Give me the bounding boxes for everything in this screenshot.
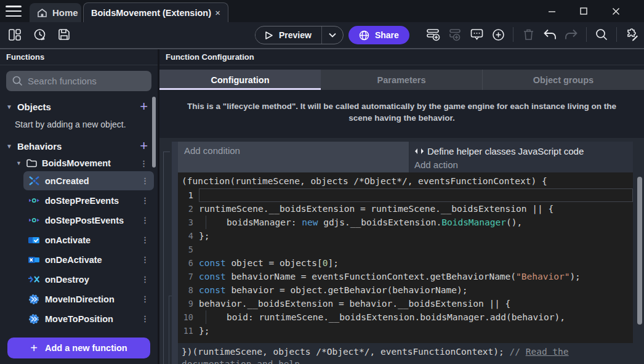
undo-icon[interactable] bbox=[541, 26, 558, 43]
function-item-moveindirection[interactable]: MoveInDirection ⋮ bbox=[23, 289, 154, 309]
tab-home-label: Home bbox=[52, 7, 78, 18]
share-button[interactable]: Share bbox=[348, 26, 409, 44]
function-item-oncreated[interactable]: onCreated ⋮ bbox=[23, 171, 154, 190]
functions-sidebar: Functions ▼ Objects + Start by adding a … bbox=[0, 49, 159, 364]
behaviors-section-header[interactable]: ▼ Behaviors + bbox=[0, 131, 158, 153]
search-icon[interactable] bbox=[593, 26, 610, 43]
collapse-icon[interactable]: ▼ bbox=[6, 103, 12, 110]
item-menu-icon[interactable]: ⋮ bbox=[141, 255, 153, 264]
share-label: Share bbox=[375, 30, 399, 40]
maximize-icon[interactable] bbox=[580, 7, 612, 15]
search-functions-input[interactable] bbox=[28, 76, 150, 86]
item-menu-icon[interactable]: ⋮ bbox=[141, 314, 153, 323]
oncreated-icon bbox=[28, 176, 39, 186]
add-subevent-icon[interactable] bbox=[446, 26, 464, 43]
history-icon[interactable] bbox=[31, 26, 48, 43]
close-window-icon[interactable] bbox=[612, 7, 644, 15]
code-line[interactable]: 6const object = objects[0]; bbox=[178, 256, 633, 270]
edit-extension-icon[interactable] bbox=[623, 26, 640, 43]
plus-icon: + bbox=[30, 341, 38, 355]
toolbar: Preview Share bbox=[0, 22, 644, 48]
configuration-tabbar: Configuration Parameters Object groups bbox=[159, 70, 644, 90]
code-wrapper-footer: })(runtimeScene, objects /*Object*/, eve… bbox=[178, 343, 633, 364]
home-icon bbox=[37, 8, 47, 18]
lifecycle-description: This is a "lifecycle method". It will be… bbox=[159, 90, 644, 124]
events-scrollbar[interactable] bbox=[637, 177, 642, 325]
delete-icon[interactable] bbox=[520, 26, 537, 43]
event-rail bbox=[163, 152, 164, 364]
code-line[interactable]: 1 bbox=[178, 188, 633, 202]
code-line[interactable]: 2runtimeScene.__boidsExtension = runtime… bbox=[178, 202, 633, 216]
add-event-icon[interactable] bbox=[425, 26, 442, 43]
add-behavior-icon[interactable]: + bbox=[140, 140, 149, 152]
collapse-icon[interactable]: ▼ bbox=[16, 160, 22, 166]
item-menu-icon[interactable]: ⋮ bbox=[141, 294, 153, 304]
preview-label: Preview bbox=[279, 30, 312, 40]
add-object-icon[interactable]: + bbox=[140, 101, 149, 112]
function-configuration-panel: Function Configuration Configuration Par… bbox=[159, 49, 644, 364]
behavior-folder-boidsmovement[interactable]: ▼ BoidsMovement ⋮ bbox=[0, 153, 158, 171]
actions-column: Define helper classes JavaScript code Ad… bbox=[409, 142, 633, 172]
item-menu-icon[interactable]: ⋮ bbox=[141, 216, 153, 225]
code-icon bbox=[414, 148, 424, 155]
code-line[interactable]: 8const behavior = object.getBehavior(beh… bbox=[178, 283, 633, 297]
add-action-area[interactable]: Add action bbox=[414, 158, 628, 172]
tab-object-groups[interactable]: Object groups bbox=[482, 70, 644, 90]
code-editor[interactable]: (function(runtimeScene, objects /*Object… bbox=[178, 172, 633, 343]
event-rail bbox=[169, 296, 169, 364]
minimize-icon[interactable] bbox=[548, 7, 580, 15]
add-circle-icon[interactable] bbox=[489, 26, 507, 43]
tab-home[interactable]: Home bbox=[30, 3, 81, 22]
item-menu-icon[interactable]: ⋮ bbox=[140, 159, 151, 168]
item-menu-icon[interactable]: ⋮ bbox=[141, 176, 153, 185]
title-bar: Home BoidsMovement (Extension) × bbox=[0, 0, 644, 22]
play-icon bbox=[264, 31, 273, 40]
toolbar-separator bbox=[586, 27, 587, 42]
toggle-on-icon bbox=[28, 235, 39, 245]
function-item-dosteppreevents[interactable]: doStepPreEvents ⋮ bbox=[23, 191, 154, 210]
code-line[interactable]: 7const behaviorName = eventsFunctionCont… bbox=[178, 270, 633, 283]
save-icon[interactable] bbox=[55, 26, 73, 43]
item-menu-icon[interactable]: ⋮ bbox=[141, 275, 153, 284]
code-line[interactable]: 3boidsManager: new gdjs.__boidsExtension… bbox=[178, 216, 633, 229]
tab-boidsmovement[interactable]: BoidsMovement (Extension) × bbox=[83, 2, 228, 22]
js-code-event: Add condition Define helper classes Java… bbox=[178, 142, 633, 172]
code-line[interactable]: 10boid: runtimeScene.__boidsExtension.bo… bbox=[178, 310, 633, 324]
function-item-movetoposition[interactable]: MoveToPosition ⋮ bbox=[23, 309, 154, 328]
close-tab-icon[interactable]: × bbox=[215, 7, 220, 18]
item-menu-icon[interactable]: ⋮ bbox=[141, 235, 153, 245]
add-condition-area[interactable]: Add condition bbox=[178, 142, 409, 172]
code-line[interactable]: 4}; bbox=[178, 229, 633, 243]
objects-section-header[interactable]: ▼ Objects + bbox=[0, 95, 158, 113]
event-gutter bbox=[172, 142, 178, 364]
function-item-ondestroy[interactable]: onDestroy ⋮ bbox=[23, 270, 154, 289]
code-line[interactable]: 9behavior.__boidsExtension = behavior.__… bbox=[178, 297, 633, 310]
window-controls bbox=[548, 0, 644, 22]
preview-dropdown-button[interactable] bbox=[321, 26, 343, 44]
preview-button[interactable]: Preview bbox=[255, 26, 344, 44]
events-sheet: Add condition Define helper classes Java… bbox=[159, 138, 644, 364]
toolbar-separator bbox=[513, 27, 513, 42]
function-item-ondeactivate[interactable]: onDeActivate ⋮ bbox=[23, 250, 154, 269]
redo-icon[interactable] bbox=[563, 26, 580, 43]
step-events-icon bbox=[28, 196, 39, 206]
search-functions-box[interactable] bbox=[6, 71, 151, 91]
move-gear-icon bbox=[28, 314, 39, 324]
item-menu-icon[interactable]: ⋮ bbox=[141, 196, 153, 205]
tab-parameters[interactable]: Parameters bbox=[321, 70, 482, 90]
code-line[interactable]: 11}; bbox=[178, 324, 633, 338]
search-icon bbox=[12, 76, 23, 86]
js-event-title[interactable]: Define helper classes JavaScript code bbox=[414, 144, 628, 158]
project-manager-icon[interactable] bbox=[6, 26, 23, 43]
add-new-function-button[interactable]: + Add a new function bbox=[7, 338, 150, 358]
collapse-icon[interactable]: ▼ bbox=[6, 143, 12, 150]
move-gear-icon bbox=[28, 294, 39, 304]
add-comment-icon[interactable] bbox=[468, 26, 485, 43]
sidebar-scrollbar[interactable] bbox=[152, 97, 156, 168]
objects-empty-text: Start by adding a new object. bbox=[0, 113, 158, 131]
code-line[interactable]: 5 bbox=[178, 243, 633, 256]
function-item-onactivate[interactable]: onActivate ⋮ bbox=[23, 230, 154, 249]
tab-configuration[interactable]: Configuration bbox=[159, 70, 321, 90]
main-menu-icon[interactable] bbox=[6, 6, 22, 17]
function-item-dosteppostevents[interactable]: doStepPostEvents ⋮ bbox=[23, 211, 154, 230]
